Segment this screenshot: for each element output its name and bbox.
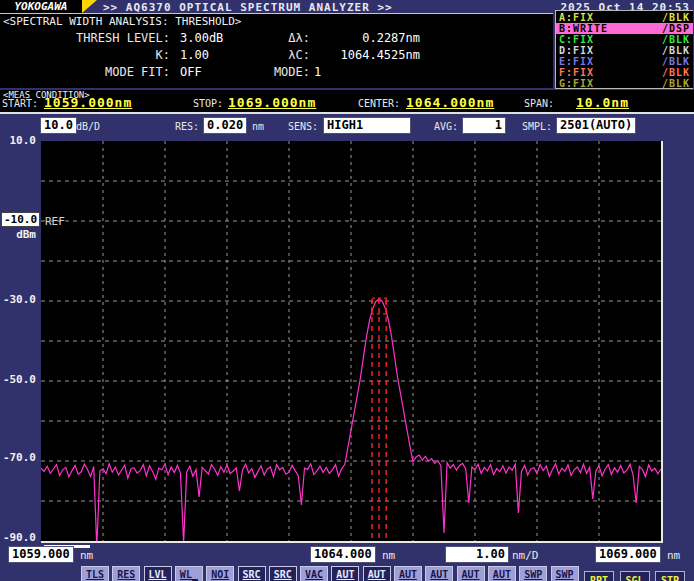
toolbar-button-aut-9[interactable]: AUT bbox=[363, 566, 391, 581]
x-center-unit: nm bbox=[382, 549, 395, 562]
sweep-button-sgl[interactable]: SGL bbox=[620, 571, 650, 581]
toolbar-button-vac-7[interactable]: VAC bbox=[300, 566, 328, 581]
trace-b-line bbox=[41, 299, 661, 541]
span-value: 10.0nm bbox=[576, 95, 629, 110]
logo-flag-icon bbox=[82, 0, 97, 13]
k-label: K: bbox=[10, 48, 170, 62]
trace-row-f[interactable]: F:FIX/BLK bbox=[556, 67, 693, 78]
analysis-title: <SPECTRAL WIDTH ANALYSIS: THRESHOLD> bbox=[3, 15, 241, 28]
sweep-button-stp[interactable]: STP bbox=[655, 571, 685, 581]
toolbar-button-tls-0[interactable]: TLS bbox=[81, 566, 109, 581]
trace-label: E:FIX bbox=[559, 56, 594, 67]
toolbar-button-aut-8[interactable]: AUT bbox=[331, 566, 359, 581]
y-tick-top: 10.0 bbox=[0, 134, 36, 147]
ref-level-field[interactable]: -10.0 bbox=[1, 212, 40, 227]
avg-label: AVG: bbox=[434, 121, 458, 132]
lambda-c-label: λC: bbox=[238, 48, 310, 62]
y-axis-unit: dBm bbox=[0, 228, 36, 241]
trace-label: G:FIX bbox=[559, 78, 594, 89]
res-field[interactable]: 0.020 bbox=[203, 117, 247, 134]
db-per-div-unit: dB/D bbox=[76, 121, 100, 132]
trace-row-g[interactable]: G:FIX/BLK bbox=[556, 78, 693, 89]
smpl-label: SMPL: bbox=[522, 121, 552, 132]
trace-status: /BLK bbox=[662, 56, 690, 67]
trace-status: /BLK bbox=[662, 34, 690, 45]
toolbar-button-src-5[interactable]: SRC bbox=[238, 566, 266, 581]
yokogawa-logo: YOKOGAWA bbox=[0, 0, 82, 13]
toolbar-button-aut-13[interactable]: AUT bbox=[488, 566, 516, 581]
trace-row-a[interactable]: A:FIX/BLK bbox=[556, 12, 693, 23]
x-start-field[interactable]: 1059.000 bbox=[8, 546, 74, 563]
db-per-div-field[interactable]: 10.0 bbox=[40, 117, 77, 134]
toolbar-button-lvl-2[interactable]: LVL bbox=[144, 566, 172, 581]
trace-label: B:WRITE bbox=[559, 23, 608, 34]
trace-label: F:FIX bbox=[559, 67, 594, 78]
span-label: SPAN: bbox=[524, 98, 554, 109]
start-value: 1059.000nm bbox=[44, 95, 132, 110]
toolbar-button-swp-15[interactable]: SWP bbox=[551, 566, 579, 581]
sens-label: SENS: bbox=[288, 121, 318, 132]
y-tick: -30.0 bbox=[0, 293, 36, 306]
x-start-unit: nm bbox=[80, 549, 93, 562]
x-stop-unit: nm bbox=[667, 549, 680, 562]
trace-row-b[interactable]: B:WRITE/DSP bbox=[556, 23, 693, 34]
thresh-level-label: THRESH LEVEL: bbox=[10, 31, 170, 45]
mode-label: MODE: bbox=[238, 65, 310, 79]
sens-field[interactable]: HIGH1 bbox=[323, 117, 411, 134]
plot-area: REF bbox=[41, 141, 663, 543]
toolbar-button-res-1[interactable]: RES bbox=[112, 566, 140, 581]
trace-label: A:FIX bbox=[559, 12, 594, 23]
stop-label: STOP: bbox=[193, 98, 223, 109]
x-stop-field[interactable]: 1069.000 bbox=[595, 546, 661, 563]
mode-fit-label: MODE FIT: bbox=[10, 65, 170, 79]
start-label: START: bbox=[2, 98, 38, 109]
trace-status: /BLK bbox=[662, 78, 690, 89]
trace-row-e[interactable]: E:FIX/BLK bbox=[556, 56, 693, 67]
x-center-field[interactable]: 1064.000 bbox=[310, 546, 376, 563]
mode-value: 1 bbox=[314, 65, 420, 79]
y-tick: -90.0 bbox=[0, 531, 36, 544]
trace-status: /DSP bbox=[662, 23, 690, 34]
thresh-level-value: 3.00dB bbox=[180, 31, 223, 45]
analysis-panel: <SPECTRAL WIDTH ANALYSIS: THRESHOLD> THR… bbox=[0, 13, 553, 88]
trace-row-c[interactable]: C:FIX/BLK bbox=[556, 34, 693, 45]
toolbar-button-aut-11[interactable]: AUT bbox=[425, 566, 453, 581]
plot-svg: REF bbox=[41, 141, 661, 541]
meas-condition-band: <MEAS CONDITION> START: 1059.000nm STOP:… bbox=[0, 90, 694, 114]
trace-label: D:FIX bbox=[559, 45, 594, 56]
x-scale-field[interactable]: 1.00 bbox=[445, 546, 509, 563]
sweep-button-rpt[interactable]: RPT bbox=[584, 571, 614, 581]
smpl-field[interactable]: 2501(AUTO) bbox=[556, 117, 636, 134]
ref-line-label: REF bbox=[45, 215, 65, 228]
trace-status: /BLK bbox=[662, 67, 690, 78]
delta-lambda-value: 0.2287nm bbox=[314, 31, 420, 45]
trace-status: /BLK bbox=[662, 45, 690, 56]
toolbar-button-wl-3[interactable]: WL_ bbox=[175, 566, 203, 581]
res-label: RES: bbox=[175, 121, 199, 132]
x-scale-unit: nm/D bbox=[512, 549, 539, 562]
avg-field[interactable]: 1 bbox=[462, 117, 506, 134]
center-value: 1064.000nm bbox=[406, 95, 494, 110]
lambda-c-value: 1064.4525nm bbox=[314, 48, 420, 62]
stop-value: 1069.000nm bbox=[228, 95, 316, 110]
toolbar-button-aut-12[interactable]: AUT bbox=[457, 566, 485, 581]
y-tick: -70.0 bbox=[0, 451, 36, 464]
center-label: CENTER: bbox=[358, 98, 400, 109]
res-unit: nm bbox=[252, 121, 264, 132]
delta-lambda-label: Δλ: bbox=[238, 31, 310, 45]
settings-row: 10.0 dB/D RES: 0.020 nm SENS: HIGH1 AVG:… bbox=[0, 114, 694, 140]
mode-fit-value: OFF bbox=[180, 65, 202, 79]
trace-status: /BLK bbox=[662, 12, 690, 23]
trace-label: C:FIX bbox=[559, 34, 594, 45]
trace-row-d[interactable]: D:FIX/BLK bbox=[556, 45, 693, 56]
toolbar-button-src-6[interactable]: SRC bbox=[269, 566, 297, 581]
toolbar-button-noi-4[interactable]: NOI bbox=[206, 566, 234, 581]
trace-panel: A:FIX/BLKB:WRITE/DSPC:FIX/BLKD:FIX/BLKE:… bbox=[555, 10, 693, 89]
toolbar-button-aut-10[interactable]: AUT bbox=[394, 566, 422, 581]
y-tick: -50.0 bbox=[0, 373, 36, 386]
k-value: 1.00 bbox=[180, 48, 209, 62]
toolbar-button-swp-14[interactable]: SWP bbox=[519, 566, 547, 581]
